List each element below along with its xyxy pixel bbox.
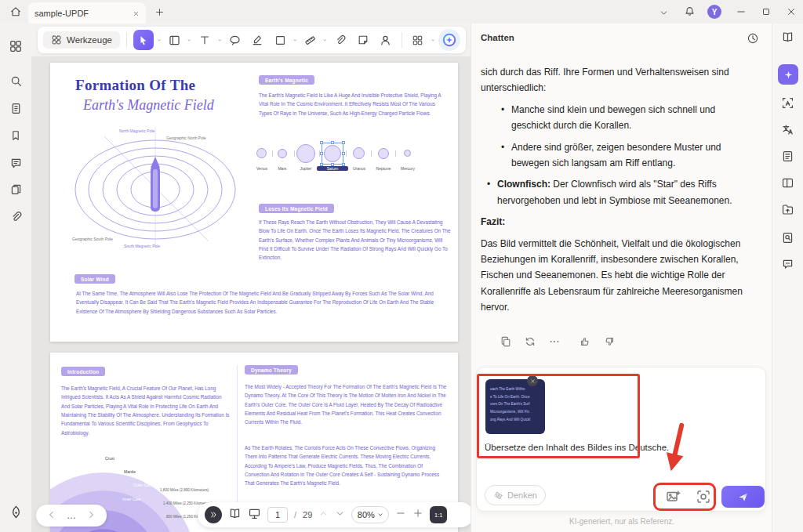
selection-box[interactable] bbox=[322, 143, 343, 165]
tools-menu-label: Werkzeuge bbox=[67, 35, 112, 45]
page-view-chevron-icon[interactable] bbox=[187, 37, 191, 44]
planet-label: Mercury bbox=[392, 166, 423, 171]
minimize-button[interactable] bbox=[736, 6, 747, 20]
copy-icon[interactable] bbox=[500, 335, 512, 351]
next-page-icon[interactable] bbox=[335, 508, 345, 522]
badge-solar-wind: Solar Wind bbox=[74, 274, 115, 284]
layout-panel-icon[interactable] bbox=[779, 174, 797, 191]
nav-back-icon[interactable] bbox=[47, 508, 56, 523]
measure-tool[interactable] bbox=[300, 31, 319, 49]
home-icon[interactable] bbox=[9, 5, 22, 21]
more-icon[interactable] bbox=[548, 335, 561, 351]
summarize-icon[interactable] bbox=[779, 147, 797, 165]
badge-earths-magnetic: Earth's Magnetic bbox=[259, 75, 314, 85]
page-number-input[interactable] bbox=[267, 507, 288, 523]
chat-panel-title: Chatten bbox=[481, 33, 514, 42]
chat-message: sich durch das Riff. Ihre Formen und Ver… bbox=[481, 64, 754, 320]
export-icon[interactable] bbox=[779, 201, 797, 218]
bookmark-icon[interactable] bbox=[7, 127, 24, 144]
tab-title: sample-UPDF bbox=[35, 9, 128, 18]
think-toggle[interactable]: Denken bbox=[485, 485, 546, 505]
comments-icon[interactable] bbox=[7, 154, 24, 172]
expand-panel-button[interactable] bbox=[205, 506, 222, 523]
zoom-select[interactable]: 80% bbox=[351, 506, 389, 523]
maximize-button[interactable] bbox=[761, 6, 772, 20]
text-tool-chevron-icon[interactable] bbox=[218, 37, 221, 44]
search-icon[interactable] bbox=[7, 72, 24, 89]
message-bullet: •Andere sind größer, zeigen besondere Mu… bbox=[481, 139, 754, 172]
more-tools-chevron-icon[interactable] bbox=[431, 37, 434, 44]
tab-close-icon[interactable] bbox=[133, 6, 140, 20]
shapes-tool[interactable] bbox=[271, 31, 289, 49]
label-south-magnetic-pole: South Magnetic Pole bbox=[124, 244, 160, 248]
label-geographic-north-pole: Geographic North Pole bbox=[166, 136, 206, 140]
annotation-arrow bbox=[658, 420, 694, 480]
ai-assistant-tool[interactable] bbox=[438, 29, 460, 51]
page-total: 29 bbox=[303, 510, 312, 519]
fit-actual-size-button[interactable]: 1:1 bbox=[430, 506, 447, 523]
pen-nib-icon[interactable] bbox=[7, 503, 24, 520]
zoom-in-icon[interactable] bbox=[412, 508, 423, 522]
annotation-rect-icons bbox=[653, 483, 716, 511]
para-loses-field: If These Rays Reach The Earth Without Ob… bbox=[259, 218, 452, 262]
pages-icon[interactable] bbox=[7, 180, 24, 197]
hide-panel-icon[interactable] bbox=[779, 28, 797, 45]
nav-more-button[interactable]: … bbox=[67, 512, 76, 519]
search-document-icon[interactable] bbox=[779, 229, 797, 246]
annotation-tool[interactable] bbox=[225, 31, 244, 49]
reader-mode-icon[interactable] bbox=[228, 507, 242, 523]
signature-tool[interactable] bbox=[376, 31, 395, 49]
apps-grid-icon[interactable] bbox=[7, 38, 24, 55]
regenerate-icon[interactable] bbox=[524, 335, 536, 351]
label-inner-core: Inner Core bbox=[122, 497, 141, 501]
message-bullet: •Manche sind klein und bewegen sich schn… bbox=[481, 102, 754, 134]
document-tab[interactable]: sample-UPDF bbox=[28, 2, 146, 24]
chevron-down-icon[interactable] bbox=[659, 7, 669, 21]
tools-menu-button[interactable]: Werkzeuge bbox=[43, 31, 120, 49]
previous-page-icon[interactable] bbox=[318, 508, 329, 522]
speech-icon[interactable] bbox=[779, 255, 797, 273]
ocr-icon[interactable] bbox=[779, 94, 797, 111]
ai-chat-icon[interactable] bbox=[778, 64, 798, 85]
measure-chevron-icon[interactable] bbox=[323, 37, 326, 44]
select-tool-chevron-icon[interactable] bbox=[158, 37, 161, 44]
thumbs-up-icon[interactable] bbox=[579, 335, 591, 351]
stamp-tool[interactable] bbox=[354, 31, 372, 49]
highlighter-tool[interactable] bbox=[248, 31, 267, 49]
zoom-value: 80% bbox=[358, 510, 375, 519]
pdf-viewport[interactable]: Formation Of The Earth's Magnetic Field … bbox=[31, 56, 471, 532]
zoom-out-icon[interactable] bbox=[395, 508, 406, 522]
avatar[interactable]: Y bbox=[707, 5, 721, 19]
close-button[interactable] bbox=[786, 6, 797, 20]
attachments-icon[interactable] bbox=[7, 208, 24, 225]
select-tool[interactable] bbox=[133, 30, 154, 50]
send-button[interactable] bbox=[721, 486, 765, 508]
bottom-toolbar: / 29 80% 1:1 bbox=[198, 502, 471, 527]
message-bullet: •Clownfisch: Der Clownfisch wird als "St… bbox=[481, 176, 754, 208]
translate-icon[interactable] bbox=[779, 121, 797, 138]
thumbnails-icon[interactable] bbox=[7, 100, 24, 117]
message-actions bbox=[500, 335, 616, 351]
magnetic-field-diagram bbox=[69, 122, 240, 252]
pdf-page-1[interactable]: Formation Of The Earth's Magnetic Field … bbox=[50, 63, 458, 342]
annotation-rect-attachment bbox=[477, 374, 640, 458]
label-crust: Crust bbox=[105, 456, 114, 461]
para-introduction: The Earth's Magnetic Field, A Crucial Fe… bbox=[61, 384, 231, 437]
more-tools[interactable] bbox=[409, 31, 427, 49]
notifications-bell-icon[interactable] bbox=[684, 5, 696, 20]
new-tab-button[interactable] bbox=[154, 6, 165, 20]
presentation-mode-icon[interactable] bbox=[248, 507, 261, 523]
think-label: Denken bbox=[507, 490, 537, 500]
planet-circle-jupiter bbox=[296, 144, 315, 163]
nav-forward-icon[interactable] bbox=[86, 508, 96, 523]
chat-history-icon[interactable] bbox=[747, 32, 759, 48]
page-view-tool[interactable] bbox=[165, 31, 183, 49]
titlebar: sample-UPDF Y bbox=[0, 0, 803, 24]
left-sidebar bbox=[0, 24, 31, 532]
measure-mantle: 1,800 Miles (2,890 Kilometers) bbox=[160, 488, 209, 492]
attach-file-tool[interactable] bbox=[331, 31, 350, 49]
badge-loses-field: Loses Its Magnetic Field bbox=[259, 204, 334, 213]
shapes-chevron-icon[interactable] bbox=[293, 37, 296, 44]
thumbs-down-icon[interactable] bbox=[603, 335, 616, 351]
text-tool[interactable] bbox=[195, 31, 214, 49]
